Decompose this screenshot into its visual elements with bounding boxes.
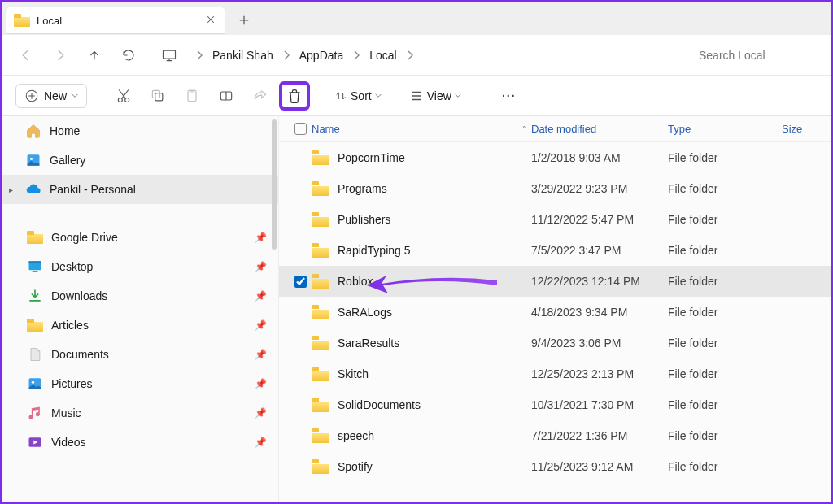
file-type: File folder — [668, 429, 782, 442]
table-row[interactable]: PopcornTime1/2/2018 9:03 AMFile folder — [279, 142, 831, 173]
scrollbar[interactable] — [270, 116, 278, 502]
cloud-icon — [25, 181, 41, 198]
svg-rect-4 — [155, 93, 163, 100]
pin-icon: 📌 — [255, 290, 267, 302]
folder-icon — [27, 319, 43, 332]
delete-button[interactable] — [279, 81, 310, 111]
table-row[interactable]: Roblox12/22/2023 12:14 PMFile folder — [279, 266, 831, 297]
tab-local[interactable]: Local — [6, 7, 225, 34]
rename-button[interactable] — [211, 81, 242, 111]
downloads-icon — [27, 288, 43, 304]
sidebar-item-gallery[interactable]: Gallery — [2, 146, 278, 175]
file-date: 12/25/2023 2:13 PM — [531, 367, 668, 380]
folder-icon — [312, 150, 329, 165]
file-date: 1/2/2018 9:03 AM — [531, 151, 668, 164]
file-type: File folder — [668, 398, 782, 411]
pin-icon: 📌 — [255, 437, 267, 448]
folder-icon — [312, 181, 329, 196]
file-name: Publishers — [338, 213, 390, 226]
new-tab-button[interactable] — [230, 7, 258, 34]
sidebar-item-google-drive[interactable]: Google Drive📌 — [2, 223, 278, 252]
chevron-right-icon — [407, 50, 413, 60]
row-checkbox[interactable] — [294, 276, 307, 288]
view-button[interactable]: View — [403, 89, 468, 103]
close-icon[interactable] — [206, 15, 217, 26]
sidebar-item-downloads[interactable]: Downloads📌 — [2, 281, 278, 311]
file-type: File folder — [668, 182, 782, 195]
folder-icon — [312, 212, 329, 227]
file-type: File folder — [668, 367, 782, 380]
breadcrumb-segment[interactable]: Pankil Shah — [206, 46, 280, 65]
table-row[interactable]: Spotify11/25/2023 9:12 AMFile folder — [279, 451, 831, 482]
table-row[interactable]: RapidTyping 57/5/2022 3:47 PMFile folder — [279, 235, 831, 266]
column-header-name[interactable]: Name ˄ — [312, 123, 531, 135]
sidebar-item-label: Videos — [51, 436, 246, 449]
refresh-button[interactable] — [115, 41, 142, 69]
sidebar-item-pictures[interactable]: Pictures📌 — [2, 369, 278, 398]
column-header-date[interactable]: Date modified — [531, 123, 668, 135]
copy-button[interactable] — [142, 81, 173, 111]
paste-button[interactable] — [177, 81, 207, 111]
search-input[interactable] — [691, 41, 821, 69]
file-name: Programs — [338, 182, 387, 195]
sidebar-item-videos[interactable]: Videos📌 — [2, 428, 278, 457]
home-icon — [25, 123, 41, 139]
file-type: File folder — [668, 151, 782, 164]
breadcrumb-segment[interactable]: Local — [363, 46, 403, 65]
svg-point-15 — [32, 381, 34, 384]
forward-button[interactable] — [46, 41, 74, 69]
folder-icon — [312, 398, 329, 412]
sidebar-item-home[interactable]: Home — [2, 116, 278, 146]
table-row[interactable]: SaRALogs4/18/2023 9:34 PMFile folder — [279, 297, 831, 328]
file-name: Roblox — [338, 275, 373, 288]
chevron-right-icon — [196, 50, 203, 60]
breadcrumb-segment[interactable]: AppData — [293, 46, 350, 65]
chevron-down-icon — [455, 93, 461, 99]
sidebar-item-label: Music — [51, 406, 246, 419]
file-date: 4/18/2023 9:34 PM — [531, 306, 668, 319]
chevron-right-icon — [283, 50, 290, 60]
folder-icon — [312, 428, 329, 443]
column-header-size[interactable]: Size — [782, 123, 831, 135]
sidebar-item-onedrive[interactable]: ▸ Pankil - Personal — [2, 175, 278, 204]
table-row[interactable]: SaraResults9/4/2023 3:06 PMFile folder — [279, 328, 831, 358]
table-row[interactable]: SolidDocuments10/31/2021 7:30 PMFile fol… — [279, 389, 831, 420]
table-row[interactable]: speech7/21/2022 1:36 PMFile folder — [279, 420, 831, 451]
pin-icon: 📌 — [255, 407, 267, 419]
sort-button[interactable]: Sort — [328, 89, 388, 102]
file-type: File folder — [668, 337, 782, 350]
select-all-checkbox[interactable] — [294, 123, 307, 135]
gallery-icon — [25, 152, 41, 168]
column-header-type[interactable]: Type — [668, 123, 782, 135]
file-name: SaraResults — [338, 337, 399, 350]
sidebar-item-documents[interactable]: Documents📌 — [2, 340, 278, 369]
address-bar: Pankil Shah AppData Local — [2, 35, 831, 76]
pin-icon: 📌 — [255, 349, 267, 360]
this-pc-icon[interactable] — [155, 41, 183, 69]
sidebar-item-articles[interactable]: Articles📌 — [2, 311, 278, 340]
sidebar-item-desktop[interactable]: Desktop📌 — [2, 252, 278, 281]
table-row[interactable]: Publishers11/12/2022 5:47 PMFile folder — [279, 204, 831, 235]
cut-button[interactable] — [108, 81, 139, 111]
svg-rect-12 — [29, 261, 41, 263]
new-label: New — [44, 89, 67, 102]
command-bar: New Sort View ··· — [2, 76, 831, 116]
sidebar-item-music[interactable]: Music📌 — [2, 398, 278, 428]
more-button[interactable]: ··· — [494, 81, 525, 111]
file-date: 11/25/2023 9:12 AM — [531, 460, 668, 473]
tab-title: Local — [37, 15, 206, 27]
column-headers: Name ˄ Date modified Type Size — [279, 116, 831, 142]
back-button[interactable] — [12, 41, 40, 69]
sidebar-item-label: Desktop — [51, 260, 246, 273]
videos-icon — [27, 434, 43, 450]
up-button[interactable] — [81, 41, 108, 69]
share-button[interactable] — [245, 81, 276, 111]
file-date: 12/22/2023 12:14 PM — [531, 275, 668, 288]
explorer-body: Home Gallery ▸ Pankil - Personal Google … — [2, 116, 831, 502]
table-row[interactable]: Skitch12/25/2023 2:13 PMFile folder — [279, 358, 831, 389]
table-row[interactable]: Programs3/29/2022 9:23 PMFile folder — [279, 173, 831, 204]
new-button[interactable]: New — [15, 84, 87, 108]
file-name: Skitch — [338, 367, 369, 380]
chevron-right-icon: ▸ — [9, 185, 13, 194]
folder-icon — [312, 459, 329, 474]
